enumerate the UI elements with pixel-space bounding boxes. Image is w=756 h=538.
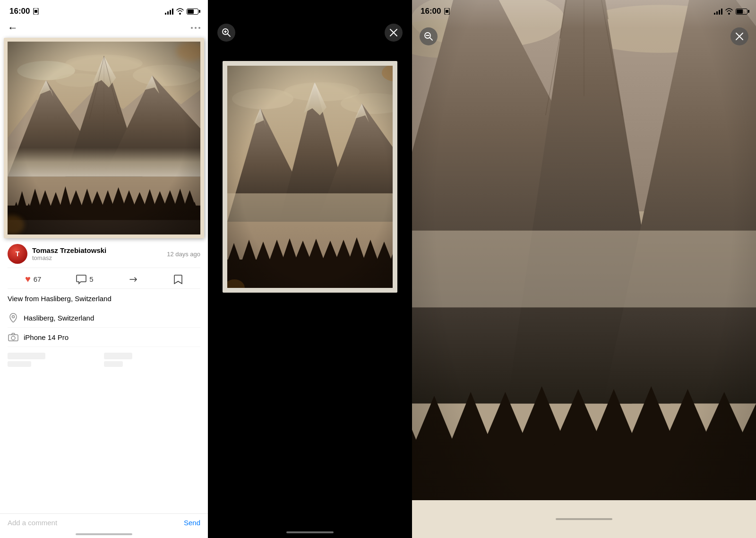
viewer-photo-frame <box>223 61 397 293</box>
location-icon <box>8 312 19 323</box>
right-sim-icon <box>444 8 450 15</box>
share-icon <box>128 274 138 285</box>
time-display: 16:00 <box>9 7 30 16</box>
status-bar: 16:00 <box>0 0 208 20</box>
camera-icon <box>8 331 19 343</box>
send-button[interactable]: Send <box>184 519 200 527</box>
more-button[interactable] <box>191 27 200 29</box>
focal-value <box>8 361 31 367</box>
right-close-button[interactable] <box>730 27 748 45</box>
camera-svg-icon <box>8 333 18 341</box>
home-indicator <box>76 533 132 535</box>
zoom-in-button[interactable] <box>217 24 235 42</box>
svg-rect-1 <box>34 10 37 13</box>
status-icons <box>165 8 198 15</box>
panel-right: 16:00 <box>412 0 756 538</box>
signal-icon <box>165 8 173 15</box>
close-button[interactable] <box>385 24 403 42</box>
pin-icon <box>9 313 17 322</box>
author-row: T Tomasz Trzebiatowski tomasz 12 days ag… <box>8 244 200 264</box>
heart-icon: ♥ <box>25 274 31 285</box>
author-handle: tomasz <box>32 254 106 261</box>
camera-text: iPhone 14 Pro <box>24 333 69 341</box>
svg-rect-119 <box>446 10 448 13</box>
right-viewer-controls <box>420 27 748 45</box>
right-close-icon <box>735 32 744 41</box>
bookmark-button[interactable] <box>173 274 183 285</box>
bottom-strip <box>412 500 756 538</box>
actions-row: ♥ 67 5 <box>8 268 200 289</box>
comment-button[interactable]: 5 <box>76 274 93 285</box>
zoom-out-icon <box>424 32 433 41</box>
avatar-inner: T <box>8 244 27 264</box>
svg-rect-117 <box>412 0 756 538</box>
zoomed-photo <box>412 0 756 538</box>
viewer-home-indicator <box>286 531 334 533</box>
svg-rect-47 <box>8 42 200 234</box>
aperture-label <box>104 353 132 359</box>
status-time: 16:00 <box>9 7 39 16</box>
viewer-topbar <box>208 0 412 49</box>
like-button[interactable]: ♥ 67 <box>25 274 42 285</box>
comment-icon <box>76 274 86 285</box>
svg-line-122 <box>430 38 432 40</box>
post-info: T Tomasz Trzebiatowski tomasz 12 days ag… <box>0 238 208 374</box>
focal-length <box>8 349 104 371</box>
location-row: Hasliberg, Switzerland <box>8 308 200 328</box>
wifi-icon <box>176 8 184 15</box>
battery-icon <box>187 9 198 15</box>
right-home-indicator <box>556 518 612 520</box>
location-text: Hasliberg, Switzerland <box>24 314 94 322</box>
panel-center <box>208 0 412 538</box>
viewer-image[interactable] <box>220 59 400 295</box>
right-battery-icon <box>736 9 747 15</box>
svg-line-56 <box>228 34 230 36</box>
avatar: T <box>8 244 27 264</box>
nav-bar: ← <box>0 20 208 38</box>
right-time: 16:00 <box>421 7 441 16</box>
author-info[interactable]: T Tomasz Trzebiatowski tomasz <box>8 244 106 264</box>
back-button[interactable]: ← <box>8 22 18 34</box>
focal-row <box>8 349 200 371</box>
svg-point-52 <box>11 336 15 340</box>
camera-row: iPhone 14 Pro <box>8 328 200 347</box>
aperture <box>104 349 200 371</box>
close-icon <box>389 28 398 37</box>
zoom-in-icon <box>222 28 231 37</box>
comment-count: 5 <box>89 275 93 283</box>
panel-left: 16:00 ← <box>0 0 208 538</box>
comment-input[interactable]: Add a comment <box>8 519 57 527</box>
svg-rect-84 <box>227 66 397 293</box>
caption: View from Hasliberg, Switzerland <box>8 293 200 308</box>
post-photo[interactable] <box>0 38 208 238</box>
share-button[interactable] <box>128 274 138 285</box>
aperture-value <box>104 361 123 367</box>
right-wifi-icon <box>725 8 733 15</box>
like-count: 67 <box>34 275 42 283</box>
author-name: Tomasz Trzebiatowski <box>32 246 106 254</box>
bookmark-icon <box>173 274 183 285</box>
sim-icon <box>33 8 39 15</box>
svg-point-50 <box>12 316 15 318</box>
post-time: 12 days ago <box>167 251 200 258</box>
zoom-out-button[interactable] <box>420 27 438 45</box>
focal-label <box>8 353 45 359</box>
vintage-photo <box>4 38 204 238</box>
right-status-bar: 16:00 <box>412 0 756 16</box>
